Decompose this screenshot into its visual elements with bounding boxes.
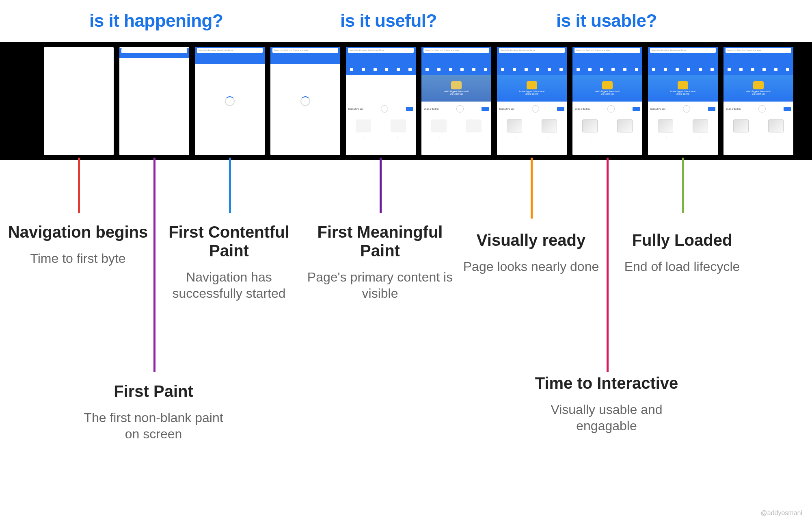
frame-blank — [44, 47, 114, 155]
question-usable: is it usable? — [556, 11, 657, 31]
milestone-tti: Time to Interactive Visually usable and … — [533, 374, 680, 434]
frame-fmp-full: Search for Products, Brands and More Ind… — [421, 47, 491, 155]
milestone-fmp: First Meaningful Paint Page's primary co… — [307, 223, 453, 301]
question-happening: is it happening? — [89, 11, 223, 31]
milestone-nav-begins: Navigation begins Time to first byte — [5, 223, 151, 266]
line-fmp — [380, 158, 382, 213]
sale-badge-icon — [451, 81, 462, 89]
filmstrip: Search for Products, Brands and More Sea… — [0, 42, 812, 160]
frame-fcp-2: Search for Products, Brands and More — [270, 47, 340, 155]
spinner-icon — [225, 96, 235, 106]
search-placeholder: Search for Products, Brands and More — [197, 48, 263, 53]
frame-visually-ready-2: Search for Products, Brands and More Ind… — [572, 47, 642, 155]
line-fcp — [229, 158, 231, 213]
milestone-fcp: First Contentful Paint Navigation has su… — [156, 223, 302, 301]
frame-visually-ready-1: Search for Products, Brands and More Ind… — [497, 47, 567, 155]
line-fully-loaded — [682, 158, 684, 213]
line-visually-ready — [531, 158, 533, 219]
spinner-icon — [300, 96, 310, 106]
frame-fully-loaded: Search for Products, Brands and More Ind… — [723, 47, 793, 155]
frame-tti: Search for Products, Brands and More Ind… — [648, 47, 718, 155]
line-nav-begins — [78, 158, 80, 213]
clock-icon — [381, 105, 388, 113]
milestone-visually-ready: Visually ready Page looks nearly done — [458, 231, 604, 275]
frame-fmp-partial: Search for Products, Brands and More Dea… — [346, 47, 416, 155]
milestone-first-paint: First Paint The first non-blank paint on… — [80, 382, 227, 442]
line-first-paint — [153, 158, 155, 372]
frame-fcp-1: Search for Products, Brands and More — [195, 47, 265, 155]
milestone-fully-loaded: Fully Loaded End of load lifecycle — [609, 231, 755, 275]
viewall-button — [406, 107, 413, 111]
line-tti — [607, 158, 609, 372]
frame-first-paint — [119, 47, 189, 155]
credit: @addyosmani — [760, 509, 802, 517]
question-useful: is it useful? — [340, 11, 437, 31]
